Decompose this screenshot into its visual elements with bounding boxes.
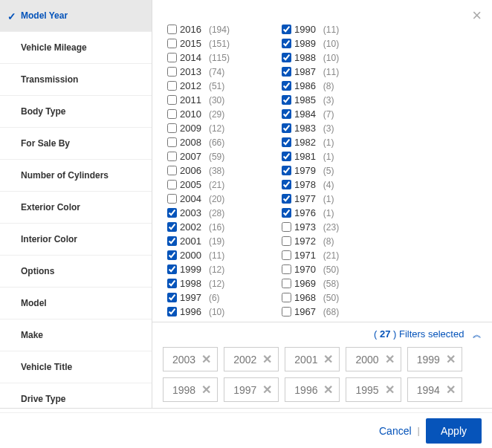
year-checkbox-2013[interactable] [167,67,177,77]
year-label[interactable]: 1997 [180,292,201,303]
sidebar-item-vehicle-mileage[interactable]: Vehicle Mileage [0,32,152,64]
year-checkbox-1986[interactable] [282,81,291,91]
year-checkbox-1979[interactable] [282,166,291,175]
year-checkbox-2015[interactable] [167,39,177,48]
year-checkbox-1969[interactable] [282,279,291,288]
year-label[interactable]: 2008 [180,137,201,148]
year-checkbox-2002[interactable] [167,222,177,232]
year-label[interactable]: 2000 [180,250,201,261]
pill-remove-icon[interactable]: ✕ [446,383,456,397]
year-label[interactable]: 1996 [180,306,201,317]
sidebar-item-make[interactable]: Make [0,319,152,351]
year-checkbox-1981[interactable] [282,152,291,161]
year-checkbox-1973[interactable] [282,222,291,232]
year-label[interactable]: 1999 [180,264,201,275]
year-checkbox-2005[interactable] [167,180,177,189]
sidebar-item-interior-color[interactable]: Interior Color [0,224,152,256]
filter-sidebar[interactable]: Model YearVehicle MileageTransmissionBod… [0,0,152,408]
year-checkbox-2000[interactable] [167,250,177,260]
year-label[interactable]: 1972 [294,236,316,247]
year-checkbox-1984[interactable] [282,109,291,119]
year-label[interactable]: 2001 [180,236,201,247]
sidebar-item-body-type[interactable]: Body Type [0,96,152,128]
year-checkbox-1997[interactable] [167,293,177,302]
year-label[interactable]: 2011 [180,94,201,105]
year-checkbox-1988[interactable] [282,53,291,62]
year-checkbox-1968[interactable] [282,293,291,302]
year-checkbox-2016[interactable] [167,25,177,34]
cancel-button[interactable]: Cancel [379,425,412,437]
year-checkbox-2001[interactable] [167,236,177,246]
year-label[interactable]: 2013 [180,66,201,77]
year-label[interactable]: 2009 [180,123,201,134]
year-label[interactable]: 1969 [294,278,316,289]
year-checkbox-2003[interactable] [167,208,177,218]
year-checkbox-1971[interactable] [282,250,291,260]
sidebar-item-transmission[interactable]: Transmission [0,64,152,96]
year-checkbox-1999[interactable] [167,264,177,274]
year-label[interactable]: 2010 [180,108,201,120]
pill-remove-icon[interactable]: ✕ [323,383,333,397]
year-checkbox-2010[interactable] [167,109,177,119]
year-label[interactable]: 2005 [180,179,201,190]
collapse-icon[interactable]: ︽ [473,328,482,341]
year-label[interactable]: 1979 [294,165,316,176]
year-checkbox-2012[interactable] [167,81,177,91]
year-checkbox-1983[interactable] [282,123,291,133]
year-label[interactable]: 2016 [180,24,201,35]
year-label[interactable]: 1986 [294,80,316,91]
year-label[interactable]: 1988 [294,52,316,63]
sidebar-item-model[interactable]: Model [0,288,152,319]
year-label[interactable]: 1968 [294,292,316,303]
pill-remove-icon[interactable]: ✕ [201,383,211,397]
year-checkbox-1998[interactable] [167,279,177,288]
year-checkbox-1977[interactable] [282,194,291,204]
year-checkbox-1967[interactable] [282,307,291,316]
year-label[interactable]: 1973 [294,221,316,233]
year-label[interactable]: 1977 [294,193,316,204]
sidebar-item-exterior-color[interactable]: Exterior Color [0,192,152,224]
year-checkbox-2014[interactable] [167,53,177,62]
sidebar-item-options[interactable]: Options [0,256,152,288]
year-label[interactable]: 1976 [294,207,316,218]
year-label[interactable]: 2014 [180,52,201,63]
pill-remove-icon[interactable]: ✕ [262,352,272,366]
year-checkbox-1989[interactable] [282,39,291,48]
apply-button[interactable]: Apply [426,418,482,444]
year-checkbox-1987[interactable] [282,67,291,77]
filter-options-scroll[interactable]: 2016(194)2015(151)2014(115)2013(74)2012(… [152,0,492,322]
year-label[interactable]: 1990 [294,24,316,35]
year-checkbox-1982[interactable] [282,137,291,147]
year-label[interactable]: 1970 [294,264,316,275]
pill-remove-icon[interactable]: ✕ [385,383,395,397]
year-label[interactable]: 2006 [180,165,201,176]
year-label[interactable]: 1971 [294,250,316,261]
pill-remove-icon[interactable]: ✕ [262,383,272,397]
year-checkbox-2004[interactable] [167,194,177,204]
year-label[interactable]: 2015 [180,38,201,49]
sidebar-item-drive-type[interactable]: Drive Type [0,383,152,408]
sidebar-item-for-sale-by[interactable]: For Sale By [0,128,152,160]
year-checkbox-2009[interactable] [167,123,177,133]
year-checkbox-2011[interactable] [167,95,177,105]
year-label[interactable]: 2012 [180,80,201,91]
year-checkbox-1996[interactable] [167,307,177,316]
year-checkbox-2008[interactable] [167,137,177,147]
year-label[interactable]: 1967 [294,306,316,317]
year-checkbox-1972[interactable] [282,236,291,246]
pill-remove-icon[interactable]: ✕ [446,352,456,366]
year-checkbox-1990[interactable] [282,25,291,34]
year-label[interactable]: 1984 [294,108,316,120]
sidebar-item-model-year[interactable]: Model Year [0,0,152,32]
year-label[interactable]: 1998 [180,278,201,289]
year-checkbox-2006[interactable] [167,166,177,175]
year-label[interactable]: 2004 [180,193,201,204]
pill-remove-icon[interactable]: ✕ [323,352,333,366]
sidebar-item-vehicle-title[interactable]: Vehicle Title [0,351,152,383]
close-icon[interactable]: × [472,6,482,25]
year-label[interactable]: 1989 [294,38,316,49]
year-checkbox-1976[interactable] [282,208,291,218]
sidebar-item-number-of-cylinders[interactable]: Number of Cylinders [0,160,152,192]
year-label[interactable]: 1981 [294,151,316,162]
year-checkbox-2007[interactable] [167,152,177,161]
